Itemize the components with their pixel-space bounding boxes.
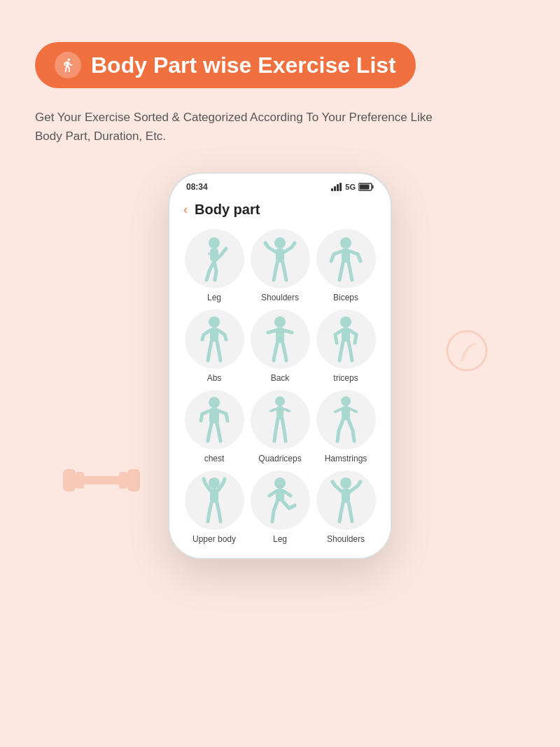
list-item[interactable]: Hamstrings xyxy=(315,390,377,463)
svg-rect-7 xyxy=(334,186,336,191)
body-part-label: Upper body xyxy=(192,534,236,544)
signal-icon xyxy=(331,183,342,191)
app-screen: ‹ Body part xyxy=(169,196,391,558)
body-part-label: Back xyxy=(271,373,290,383)
badge-icon xyxy=(55,52,81,78)
body-part-circle xyxy=(185,309,244,369)
body-part-circle xyxy=(251,229,310,288)
list-item[interactable]: triceps xyxy=(315,309,377,383)
back-button[interactable]: ‹ xyxy=(183,202,188,217)
dumbbell-decoration xyxy=(63,462,140,503)
body-part-label: Leg xyxy=(273,534,287,544)
body-part-label: Biceps xyxy=(333,293,358,302)
body-parts-grid: Leg xyxy=(183,229,377,544)
phone-frame: 08:34 5G xyxy=(168,172,392,559)
phone-mockup: 08:34 5G xyxy=(35,172,525,559)
svg-rect-2 xyxy=(76,472,84,489)
hamstrings-figure xyxy=(321,396,370,445)
svg-point-34 xyxy=(274,477,286,489)
list-item[interactable]: Leg xyxy=(183,229,245,302)
body-part-label: Shoulders xyxy=(261,293,299,302)
body-part-circle xyxy=(316,470,376,530)
body-part-circle xyxy=(251,309,310,369)
svg-point-24 xyxy=(340,316,351,328)
body-part-label: chest xyxy=(204,454,225,463)
svg-point-22 xyxy=(274,316,286,328)
body-part-circle xyxy=(251,390,310,449)
back-figure xyxy=(255,315,304,364)
header-badge: Body Part wise Exercise List xyxy=(35,42,416,88)
svg-point-30 xyxy=(341,396,351,406)
list-item[interactable]: Upper body xyxy=(183,470,245,544)
svg-point-36 xyxy=(340,477,351,489)
svg-point-26 xyxy=(209,397,220,408)
list-item[interactable]: Shoulders xyxy=(315,470,377,544)
app-header: ‹ Body part xyxy=(183,196,377,229)
svg-point-16 xyxy=(274,237,286,249)
body-part-label: triceps xyxy=(333,373,358,383)
quadriceps-figure xyxy=(255,396,304,445)
svg-rect-9 xyxy=(340,183,342,191)
svg-rect-15 xyxy=(208,253,214,255)
body-part-label: Shoulders xyxy=(327,534,365,544)
svg-rect-6 xyxy=(331,188,333,191)
list-item[interactable]: chest xyxy=(183,390,245,463)
list-item[interactable]: Back xyxy=(249,309,311,383)
upperbody-figure xyxy=(190,476,239,525)
abs-figure xyxy=(190,315,239,364)
leaf-decoration xyxy=(442,326,491,378)
body-part-circle xyxy=(185,390,244,449)
svg-rect-4 xyxy=(127,469,140,491)
chest-figure xyxy=(190,396,239,445)
list-item[interactable]: Abs xyxy=(183,309,245,383)
body-part-circle xyxy=(316,309,376,369)
svg-rect-11 xyxy=(372,186,374,189)
leg-figure xyxy=(190,235,239,284)
screen-title: Body part xyxy=(195,202,260,218)
fitness-icon xyxy=(60,57,76,73)
svg-rect-3 xyxy=(119,472,127,489)
list-item[interactable]: Biceps xyxy=(315,229,377,302)
body-part-label: Hamstrings xyxy=(325,454,368,463)
battery-icon xyxy=(358,183,374,191)
network-label: 5G xyxy=(345,183,356,191)
body-part-label: Leg xyxy=(207,293,221,302)
svg-rect-17 xyxy=(276,249,284,263)
list-item[interactable]: Leg xyxy=(249,470,311,544)
time-display: 08:34 xyxy=(186,182,208,192)
body-part-label: Abs xyxy=(207,373,222,383)
body-part-circle xyxy=(316,229,376,288)
svg-point-18 xyxy=(340,237,351,249)
body-part-circle xyxy=(185,229,244,288)
triceps-figure xyxy=(321,315,370,364)
svg-point-28 xyxy=(275,396,285,406)
status-right: 5G xyxy=(331,183,374,191)
svg-rect-8 xyxy=(337,184,339,191)
svg-rect-12 xyxy=(360,185,370,190)
svg-point-32 xyxy=(209,477,220,489)
page-title: Body Part wise Exercise List xyxy=(91,53,396,78)
list-item[interactable]: Quadriceps xyxy=(249,390,311,463)
body-part-circle xyxy=(251,470,310,530)
body-part-circle xyxy=(185,470,244,530)
svg-point-13 xyxy=(209,237,220,249)
leg2-figure xyxy=(255,476,304,525)
subtitle-text: Get Your Exercise Sorted & Categorized A… xyxy=(35,108,441,146)
svg-point-20 xyxy=(209,316,220,328)
shoulders2-figure xyxy=(321,476,370,525)
body-part-label: Quadriceps xyxy=(258,454,301,463)
body-part-circle xyxy=(316,390,376,449)
shoulders-figure xyxy=(255,235,304,284)
svg-rect-1 xyxy=(63,469,76,491)
biceps-figure xyxy=(321,235,370,284)
list-item[interactable]: Shoulders xyxy=(249,229,311,302)
svg-rect-31 xyxy=(342,406,350,420)
status-bar: 08:34 5G xyxy=(169,174,391,196)
